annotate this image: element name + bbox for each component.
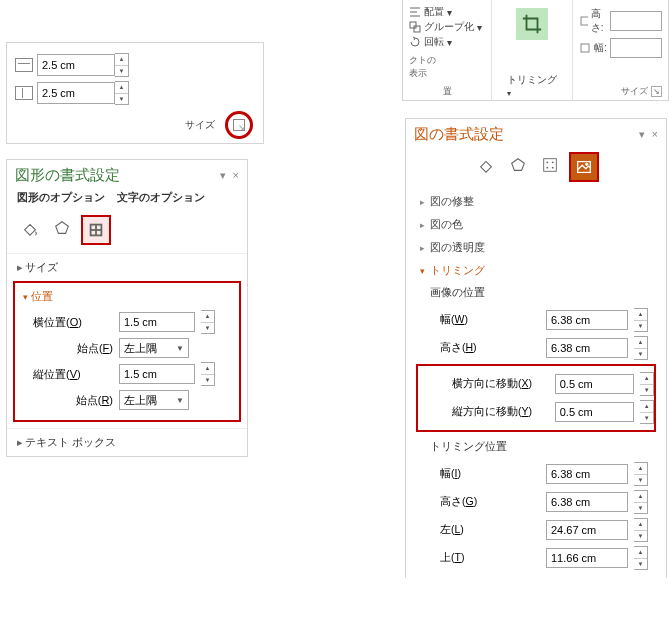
tab-shape-options[interactable]: 図形のオプション [17, 191, 105, 205]
hpos-spinner[interactable]: ▲▼ [201, 310, 215, 334]
width-row: 2.5 cm ▲▼ [15, 81, 255, 105]
svg-rect-9 [544, 159, 557, 172]
crop-width-row: 幅(I) 6.38 cm ▲▼ [406, 462, 666, 486]
fill-line-tab[interactable] [17, 215, 43, 241]
vpos-label: 縦位置(V) [23, 367, 113, 382]
pic-height-row: 高さ(H) 6.38 cm ▲▼ [406, 336, 666, 360]
crop-height-label: 高さ(G) [430, 495, 540, 509]
hpos-label: 横位置(O) [23, 315, 113, 330]
height-arrows-icon [15, 58, 33, 72]
svg-point-13 [552, 167, 554, 169]
crop-top-input[interactable]: 11.66 cm [546, 548, 628, 568]
vpos-origin-dropdown[interactable]: 左上隅▼ [119, 390, 189, 410]
crop-width-input[interactable]: 6.38 cm [546, 464, 628, 484]
pane-close-icon[interactable]: × [233, 169, 239, 181]
vpos-origin-label: 始点(R) [23, 393, 113, 408]
pane-menu-icon[interactable]: ▾ [220, 169, 226, 181]
offset-y-label: 縦方向に移動(Y) [442, 405, 549, 419]
pic-height-input[interactable]: 6.38 cm [546, 338, 628, 358]
svg-point-11 [552, 161, 554, 163]
pic-width-row: 幅(W) 6.38 cm ▲▼ [406, 308, 666, 332]
shape-height-input[interactable]: 2.5 cm [37, 54, 115, 76]
ribbon-width-label: 幅: [594, 41, 607, 55]
crop-height-spinner[interactable]: ▲▼ [634, 490, 648, 514]
svg-rect-3 [92, 231, 96, 235]
effects-tab[interactable] [505, 152, 531, 178]
rotate-icon [409, 36, 421, 48]
size-dialog-launcher-right[interactable]: ↘ [651, 86, 662, 97]
width-spinner[interactable]: ▲▼ [115, 81, 129, 105]
tab-text-options[interactable]: 文字のオプション [117, 191, 205, 205]
offset-x-input[interactable]: 0.5 cm [555, 374, 635, 394]
ribbon-width-row: 幅: [579, 38, 662, 58]
section-transparency[interactable]: ▸図の透明度 [406, 236, 666, 259]
offset-y-input[interactable]: 0.5 cm [555, 402, 635, 422]
crop-top-label: 上(T) [430, 551, 540, 565]
offset-x-row: 横方向に移動(X) 0.5 cm ▲▼ [418, 372, 654, 396]
crop-height-input[interactable]: 6.38 cm [546, 492, 628, 512]
pane-close-icon[interactable]: × [652, 128, 658, 140]
ribbon-height-label: 高さ: [591, 7, 607, 35]
format-shape-title: 図形の書式設定 [15, 166, 120, 185]
picture-icon [575, 158, 593, 176]
hpos-row: 横位置(O) 1.5 cm ▲▼ [23, 310, 231, 334]
crop-label: トリミング▾ [507, 73, 557, 98]
crop-top-spinner[interactable]: ▲▼ [634, 546, 648, 570]
pane-menu-icon[interactable]: ▾ [639, 128, 645, 140]
section-correction[interactable]: ▸図の修整 [406, 190, 666, 213]
size-group-label: サイズ [185, 118, 215, 132]
height-icon [579, 15, 588, 27]
ribbon-size-label: サイズ ↘ [579, 83, 662, 98]
hpos-origin-dropdown[interactable]: 左上隅▼ [119, 338, 189, 358]
vpos-input[interactable]: 1.5 cm [119, 364, 195, 384]
crop-button[interactable] [516, 8, 548, 40]
rotate-menu[interactable]: 回転 ▾ [409, 35, 485, 49]
size-dialog-launcher[interactable] [225, 111, 253, 139]
section-position-header[interactable]: 位置 [23, 289, 231, 304]
pic-height-spinner[interactable]: ▲▼ [634, 336, 648, 360]
section-crop[interactable]: ▾トリミング [406, 259, 666, 282]
offset-x-label: 横方向に移動(X) [442, 377, 549, 391]
group-menu[interactable]: グループ化 ▾ [409, 20, 485, 34]
section-color[interactable]: ▸図の色 [406, 213, 666, 236]
ribbon-height-input[interactable] [610, 11, 662, 31]
crop-height-row: 高さ(G) 6.38 cm ▲▼ [406, 490, 666, 514]
height-spinner[interactable]: ▲▼ [115, 53, 129, 77]
hpos-origin-row: 始点(F) 左上隅▼ [23, 338, 231, 358]
crop-width-spinner[interactable]: ▲▼ [634, 462, 648, 486]
ribbon-snippet: 配置 ▾ グループ化 ▾ 回転 ▾ クトの表示 置 トリミング▾ 高さ: 幅: … [402, 0, 669, 101]
group-icon [409, 21, 421, 33]
hpos-input[interactable]: 1.5 cm [119, 312, 195, 332]
section-text-box[interactable]: ▸テキスト ボックス [7, 428, 247, 456]
ribbon-size-group: 高さ: 幅: サイズ ↘ [573, 0, 668, 100]
crop-width-label: 幅(I) [430, 467, 540, 481]
svg-rect-1 [92, 226, 96, 230]
size-properties-tab[interactable] [537, 152, 563, 178]
size-properties-tab[interactable] [81, 215, 111, 245]
position-section-highlight: 位置 横位置(O) 1.5 cm ▲▼ 始点(F) 左上隅▼ 縦位置(V) 1.… [13, 281, 241, 422]
offset-x-spinner[interactable]: ▲▼ [640, 372, 654, 396]
pic-width-spinner[interactable]: ▲▼ [634, 308, 648, 332]
crop-left-label: 左(L) [430, 523, 540, 537]
pentagon-icon [509, 156, 527, 174]
crop-left-spinner[interactable]: ▲▼ [634, 518, 648, 542]
ribbon-width-input[interactable] [610, 38, 662, 58]
size-spinner-panel: 2.5 cm ▲▼ 2.5 cm ▲▼ サイズ [6, 42, 264, 144]
size-grid-icon [541, 156, 559, 174]
pic-width-input[interactable]: 6.38 cm [546, 310, 628, 330]
fill-line-tab[interactable] [473, 152, 499, 178]
picture-tab[interactable] [569, 152, 599, 182]
align-menu[interactable]: 配置 ▾ [409, 5, 485, 19]
shape-width-input[interactable]: 2.5 cm [37, 82, 115, 104]
section-size[interactable]: ▸サイズ [7, 253, 247, 281]
size-grid-icon [87, 221, 105, 239]
offset-y-spinner[interactable]: ▲▼ [640, 400, 654, 424]
pic-height-label: 高さ(H) [430, 341, 540, 355]
crop-position-label: トリミング位置 [406, 436, 666, 458]
crop-icon [521, 13, 543, 35]
vpos-origin-row: 始点(R) 左上隅▼ [23, 390, 231, 410]
vpos-row: 縦位置(V) 1.5 cm ▲▼ [23, 362, 231, 386]
crop-left-input[interactable]: 24.67 cm [546, 520, 628, 540]
vpos-spinner[interactable]: ▲▼ [201, 362, 215, 386]
effects-tab[interactable] [49, 215, 75, 241]
